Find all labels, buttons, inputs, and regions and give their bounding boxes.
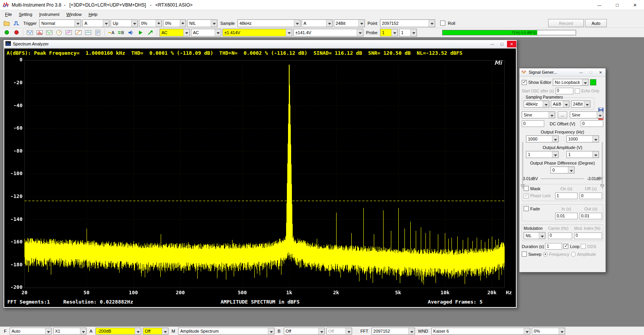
sweep-frequency-radio[interactable]: Frequency: [543, 252, 569, 257]
spectrum-3d-plot-icon[interactable]: [64, 29, 73, 36]
fade-in-input[interactable]: 0.01: [555, 213, 578, 219]
signal-generator-icon[interactable]: [45, 29, 54, 36]
spectrum-titlebar[interactable]: Spectrum Analyzer: [3, 40, 517, 48]
minimize-button[interactable]: [488, 41, 497, 47]
dc-offset-b-input[interactable]: 0: [581, 120, 603, 127]
close-button[interactable]: [507, 41, 516, 47]
minimize-button[interactable]: [576, 69, 586, 76]
mod-index-input[interactable]: 0: [574, 233, 602, 239]
fade-checkbox[interactable]: Fade: [524, 206, 553, 211]
b-shift-select[interactable]: Off: [326, 328, 352, 335]
carrier-input[interactable]: 0: [548, 233, 572, 239]
data-logger-icon[interactable]: [74, 29, 83, 36]
sample-channel-select[interactable]: A: [302, 19, 333, 27]
amp-b-select[interactable]: 1: [566, 151, 599, 158]
open-file-button[interactable]: [2, 19, 11, 27]
probe-a-select[interactable]: 1: [380, 29, 398, 36]
oscilloscope-icon[interactable]: [26, 29, 34, 36]
amp-a-select[interactable]: 1: [526, 151, 559, 158]
show-editor-checkbox[interactable]: Show Editor: [522, 80, 551, 85]
menu-help[interactable]: Help: [85, 11, 101, 18]
multimeter-icon[interactable]: [55, 29, 63, 36]
channel-b-level-slider[interactable]: [602, 142, 603, 189]
loop-checkbox[interactable]: Loop: [563, 244, 579, 249]
maximize-button[interactable]: [586, 69, 595, 76]
trigger-mode-select[interactable]: Normal: [39, 19, 81, 27]
spin-down-icon[interactable]: [156, 23, 161, 27]
run-button[interactable]: [2, 29, 11, 36]
channel-a-toggle[interactable]: A: [107, 29, 116, 36]
sample-rate-select[interactable]: 48kHz: [238, 19, 300, 27]
mask-on-input[interactable]: 1: [555, 193, 578, 199]
coupling-a-select[interactable]: AC: [160, 29, 190, 36]
trigger-delay-input[interactable]: 0%: [163, 19, 186, 27]
lcr-meter-icon[interactable]: [84, 29, 92, 36]
mask-off-input[interactable]: 0: [580, 193, 602, 199]
window-function-select[interactable]: Kaiser 6: [431, 328, 530, 335]
trigger-edge-select[interactable]: Up: [111, 19, 138, 27]
wave-editor-button[interactable]: ...: [558, 111, 567, 118]
sweep-checkbox[interactable]: Sweep: [522, 252, 542, 257]
menu-window[interactable]: Window: [63, 11, 85, 18]
fade-out-input[interactable]: 0.01: [580, 213, 602, 219]
a-shift-select[interactable]: Off: [143, 328, 168, 335]
maximize-button[interactable]: [497, 41, 507, 47]
loopback-select[interactable]: No Loopback: [553, 79, 588, 86]
menu-file[interactable]: File: [2, 11, 16, 18]
trigger-level-input[interactable]: 0%: [139, 19, 162, 27]
duration-input[interactable]: 1: [545, 243, 562, 250]
range-a-select[interactable]: ±1.414V: [222, 29, 292, 36]
maximize-button[interactable]: [608, 0, 626, 10]
record-length-select[interactable]: 2097152: [380, 19, 435, 27]
echo-only-checkbox[interactable]: Echo Only: [575, 89, 599, 94]
menu-setting[interactable]: Setting: [16, 11, 36, 18]
close-button[interactable]: [596, 69, 605, 76]
modulation-type-select[interactable]: NIL: [524, 232, 545, 239]
channel-b-toggle[interactable]: B: [117, 29, 125, 36]
phase-select[interactable]: 0: [550, 167, 575, 174]
spectrum-analyzer-icon[interactable]: [35, 29, 44, 36]
output-on-button[interactable]: [590, 79, 596, 85]
minimize-button[interactable]: [590, 0, 608, 10]
siggen-titlebar[interactable]: Signal Gener...: [519, 68, 606, 76]
siggen-rate-select[interactable]: 48kHz: [524, 101, 549, 108]
a-range-select[interactable]: -200dB: [95, 328, 141, 335]
stop-button[interactable]: [12, 29, 21, 36]
channel-a-level-slider[interactable]: [522, 142, 523, 189]
siggen-bits-select[interactable]: 24Bit: [571, 101, 590, 108]
speaker-icon[interactable]: [127, 29, 135, 36]
auto-button[interactable]: Auto: [585, 19, 607, 27]
dds-checkbox[interactable]: DDS: [581, 244, 596, 249]
phase-lock-checkbox[interactable]: Phase Lock: [524, 193, 553, 198]
record-button[interactable]: Record: [548, 19, 584, 27]
spin-down-icon[interactable]: [180, 23, 186, 27]
wave-b-select[interactable]: Sine: [570, 111, 603, 118]
zoom-select[interactable]: X1: [53, 328, 87, 335]
trigger-source-select[interactable]: A: [82, 19, 109, 27]
b-range-select[interactable]: Off: [284, 328, 325, 335]
overlap-select[interactable]: 0%: [532, 328, 565, 335]
device-test-plan-icon[interactable]: [94, 29, 102, 36]
spectrum-chart[interactable]: [5, 57, 516, 298]
range-b-select[interactable]: ±141.4V: [293, 29, 363, 36]
mask-checkbox[interactable]: Mask: [524, 186, 553, 191]
wave-a-select[interactable]: Sine: [522, 111, 555, 118]
frequency-scale-select[interactable]: Auto: [10, 328, 52, 335]
start-osc-input[interactable]: 0: [555, 88, 573, 94]
probe-b-select[interactable]: 1: [399, 29, 417, 36]
coupling-b-select[interactable]: AC: [191, 29, 221, 36]
display-mode-select[interactable]: Amplitude Spectrum: [178, 328, 274, 335]
bit-depth-select[interactable]: 24Bit: [334, 19, 365, 27]
freq-b-select[interactable]: 1000: [566, 135, 599, 142]
roll-checkbox[interactable]: [440, 21, 445, 26]
siggen-channels-select[interactable]: A&B: [551, 101, 569, 108]
menu-instrument[interactable]: Instrument: [36, 11, 63, 18]
close-button[interactable]: [626, 0, 644, 10]
trigger-hpf-select[interactable]: NIL: [187, 19, 217, 27]
sweep-amplitude-radio[interactable]: Amplitude: [571, 252, 596, 257]
dc-offset-a-input[interactable]: 0: [522, 120, 544, 127]
autoscale-icon[interactable]: [146, 29, 154, 36]
fft-size-select[interactable]: 2097152: [371, 328, 415, 335]
play-icon[interactable]: [136, 29, 145, 36]
freq-a-select[interactable]: 1000: [526, 135, 559, 142]
